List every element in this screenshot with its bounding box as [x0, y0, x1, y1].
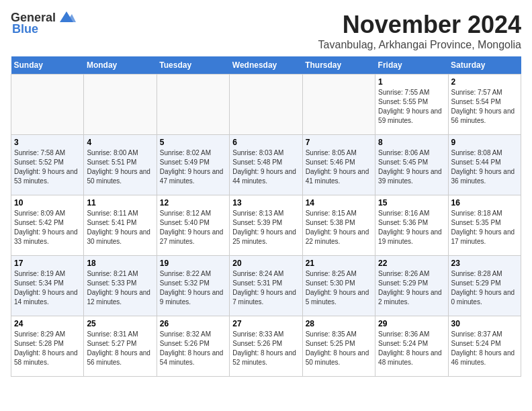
day-info: Sunrise: 7:58 AM Sunset: 5:52 PM Dayligh…	[14, 148, 81, 186]
logo: General Blue	[11, 11, 76, 36]
page-header: General Blue November 2024 Tavanbulag, A…	[11, 11, 521, 51]
calendar-cell	[84, 75, 157, 135]
calendar-cell: 7Sunrise: 8:05 AM Sunset: 5:46 PM Daylig…	[302, 135, 375, 195]
day-number: 19	[160, 259, 226, 268]
day-number: 29	[378, 319, 445, 328]
calendar-cell: 29Sunrise: 8:36 AM Sunset: 5:24 PM Dayli…	[375, 316, 448, 377]
day-info: Sunrise: 7:57 AM Sunset: 5:54 PM Dayligh…	[451, 88, 518, 126]
calendar-cell: 17Sunrise: 8:19 AM Sunset: 5:34 PM Dayli…	[11, 256, 84, 316]
calendar-cell: 15Sunrise: 8:16 AM Sunset: 5:36 PM Dayli…	[375, 195, 448, 256]
day-number: 24	[14, 319, 81, 328]
day-info: Sunrise: 8:28 AM Sunset: 5:29 PM Dayligh…	[451, 269, 518, 307]
day-number: 10	[14, 198, 81, 208]
calendar-cell	[11, 75, 84, 135]
day-number: 3	[14, 138, 81, 147]
day-info: Sunrise: 8:08 AM Sunset: 5:44 PM Dayligh…	[451, 148, 518, 186]
day-number: 7	[306, 138, 372, 147]
day-info: Sunrise: 8:06 AM Sunset: 5:45 PM Dayligh…	[378, 148, 445, 186]
day-info: Sunrise: 8:36 AM Sunset: 5:24 PM Dayligh…	[378, 330, 445, 367]
calendar-cell: 4Sunrise: 8:00 AM Sunset: 5:51 PM Daylig…	[84, 135, 157, 195]
calendar-cell: 26Sunrise: 8:32 AM Sunset: 5:26 PM Dayli…	[157, 316, 229, 377]
day-number: 14	[306, 198, 372, 208]
weekday-header: Sunday	[11, 56, 84, 75]
calendar-cell: 16Sunrise: 8:18 AM Sunset: 5:35 PM Dayli…	[448, 195, 521, 256]
logo-blue: Blue	[12, 22, 38, 36]
month-title: November 2024	[318, 11, 521, 39]
weekday-header: Tuesday	[157, 56, 229, 75]
calendar-cell	[157, 75, 229, 135]
day-info: Sunrise: 8:35 AM Sunset: 5:25 PM Dayligh…	[306, 330, 372, 367]
calendar-cell: 12Sunrise: 8:12 AM Sunset: 5:40 PM Dayli…	[157, 195, 229, 256]
day-info: Sunrise: 8:05 AM Sunset: 5:46 PM Dayligh…	[306, 148, 372, 186]
day-number: 23	[451, 259, 518, 268]
calendar-cell	[230, 75, 302, 135]
day-number: 18	[87, 259, 153, 268]
calendar-week-row: 10Sunrise: 8:09 AM Sunset: 5:42 PM Dayli…	[11, 195, 521, 256]
day-info: Sunrise: 8:22 AM Sunset: 5:32 PM Dayligh…	[160, 269, 226, 307]
calendar-cell: 3Sunrise: 7:58 AM Sunset: 5:52 PM Daylig…	[11, 135, 84, 195]
day-info: Sunrise: 8:16 AM Sunset: 5:36 PM Dayligh…	[378, 209, 445, 246]
calendar-cell: 30Sunrise: 8:37 AM Sunset: 5:24 PM Dayli…	[448, 316, 521, 377]
weekday-header: Thursday	[302, 56, 375, 75]
day-number: 17	[14, 259, 81, 268]
day-number: 1	[378, 77, 445, 87]
calendar-cell: 20Sunrise: 8:24 AM Sunset: 5:31 PM Dayli…	[230, 256, 302, 316]
calendar-cell: 22Sunrise: 8:26 AM Sunset: 5:29 PM Dayli…	[375, 256, 448, 316]
calendar-cell: 6Sunrise: 8:03 AM Sunset: 5:48 PM Daylig…	[230, 135, 302, 195]
calendar-cell: 5Sunrise: 8:02 AM Sunset: 5:49 PM Daylig…	[157, 135, 229, 195]
day-info: Sunrise: 8:26 AM Sunset: 5:29 PM Dayligh…	[378, 269, 445, 307]
calendar-cell: 25Sunrise: 8:31 AM Sunset: 5:27 PM Dayli…	[84, 316, 157, 377]
day-info: Sunrise: 8:24 AM Sunset: 5:31 PM Dayligh…	[232, 269, 299, 307]
day-number: 25	[87, 319, 153, 328]
day-number: 9	[451, 138, 518, 147]
day-number: 22	[378, 259, 445, 268]
day-number: 30	[451, 319, 518, 328]
day-number: 21	[306, 259, 372, 268]
day-info: Sunrise: 8:13 AM Sunset: 5:39 PM Dayligh…	[232, 209, 299, 246]
calendar-week-row: 24Sunrise: 8:29 AM Sunset: 5:28 PM Dayli…	[11, 316, 521, 377]
day-number: 16	[451, 198, 518, 208]
day-info: Sunrise: 8:29 AM Sunset: 5:28 PM Dayligh…	[14, 330, 81, 367]
calendar-cell: 24Sunrise: 8:29 AM Sunset: 5:28 PM Dayli…	[11, 316, 84, 377]
day-info: Sunrise: 8:33 AM Sunset: 5:26 PM Dayligh…	[232, 330, 299, 367]
calendar-cell: 28Sunrise: 8:35 AM Sunset: 5:25 PM Dayli…	[302, 316, 375, 377]
day-info: Sunrise: 8:18 AM Sunset: 5:35 PM Dayligh…	[451, 209, 518, 246]
logo-icon	[57, 10, 76, 25]
day-info: Sunrise: 8:15 AM Sunset: 5:38 PM Dayligh…	[306, 209, 372, 246]
day-number: 8	[378, 138, 445, 147]
calendar-cell: 9Sunrise: 8:08 AM Sunset: 5:44 PM Daylig…	[448, 135, 521, 195]
day-info: Sunrise: 8:12 AM Sunset: 5:40 PM Dayligh…	[160, 209, 226, 246]
weekday-header: Friday	[375, 56, 448, 75]
calendar-cell: 10Sunrise: 8:09 AM Sunset: 5:42 PM Dayli…	[11, 195, 84, 256]
day-info: Sunrise: 8:09 AM Sunset: 5:42 PM Dayligh…	[14, 209, 81, 246]
day-number: 28	[306, 319, 372, 328]
day-number: 5	[160, 138, 226, 147]
calendar-cell: 14Sunrise: 8:15 AM Sunset: 5:38 PM Dayli…	[302, 195, 375, 256]
day-info: Sunrise: 8:03 AM Sunset: 5:48 PM Dayligh…	[232, 148, 299, 186]
calendar-cell: 19Sunrise: 8:22 AM Sunset: 5:32 PM Dayli…	[157, 256, 229, 316]
calendar-cell: 23Sunrise: 8:28 AM Sunset: 5:29 PM Dayli…	[448, 256, 521, 316]
day-number: 2	[451, 77, 518, 87]
day-info: Sunrise: 8:21 AM Sunset: 5:33 PM Dayligh…	[87, 269, 153, 307]
day-info: Sunrise: 8:02 AM Sunset: 5:49 PM Dayligh…	[160, 148, 226, 186]
day-info: Sunrise: 8:00 AM Sunset: 5:51 PM Dayligh…	[87, 148, 153, 186]
calendar-header-row: SundayMondayTuesdayWednesdayThursdayFrid…	[11, 56, 521, 75]
calendar-cell: 13Sunrise: 8:13 AM Sunset: 5:39 PM Dayli…	[230, 195, 302, 256]
day-info: Sunrise: 8:31 AM Sunset: 5:27 PM Dayligh…	[87, 330, 153, 367]
location-title: Tavanbulag, Arkhangai Province, Mongolia	[318, 39, 521, 51]
day-number: 12	[160, 198, 226, 208]
day-number: 15	[378, 198, 445, 208]
calendar-cell: 18Sunrise: 8:21 AM Sunset: 5:33 PM Dayli…	[84, 256, 157, 316]
day-info: Sunrise: 8:19 AM Sunset: 5:34 PM Dayligh…	[14, 269, 81, 307]
day-info: Sunrise: 8:32 AM Sunset: 5:26 PM Dayligh…	[160, 330, 226, 367]
calendar-week-row: 3Sunrise: 7:58 AM Sunset: 5:52 PM Daylig…	[11, 135, 521, 195]
calendar-cell: 27Sunrise: 8:33 AM Sunset: 5:26 PM Dayli…	[230, 316, 302, 377]
calendar-table: SundayMondayTuesdayWednesdayThursdayFrid…	[11, 56, 521, 377]
calendar-cell	[302, 75, 375, 135]
day-info: Sunrise: 8:11 AM Sunset: 5:41 PM Dayligh…	[87, 209, 153, 246]
day-info: Sunrise: 7:55 AM Sunset: 5:55 PM Dayligh…	[378, 88, 445, 126]
calendar-cell: 1Sunrise: 7:55 AM Sunset: 5:55 PM Daylig…	[375, 75, 448, 135]
calendar-cell: 21Sunrise: 8:25 AM Sunset: 5:30 PM Dayli…	[302, 256, 375, 316]
weekday-header: Monday	[84, 56, 157, 75]
day-info: Sunrise: 8:25 AM Sunset: 5:30 PM Dayligh…	[306, 269, 372, 307]
